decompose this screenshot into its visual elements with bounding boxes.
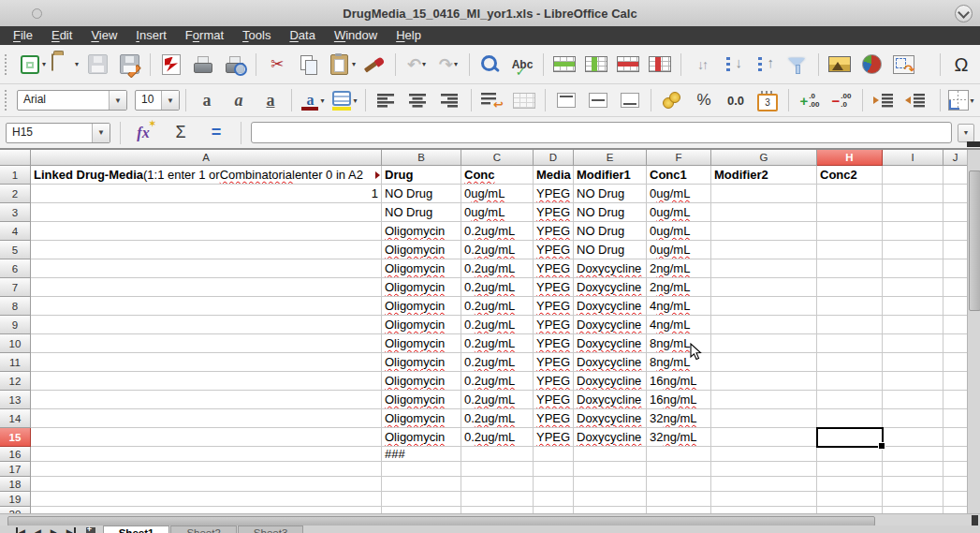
align-right-button[interactable] bbox=[435, 86, 465, 114]
cell-C6[interactable]: 0.2ug/mL bbox=[461, 259, 534, 278]
cell-F20[interactable] bbox=[647, 507, 711, 513]
cell-F4[interactable]: 0ug/mL bbox=[647, 222, 711, 241]
cell-J15[interactable] bbox=[943, 428, 967, 447]
cell-H14[interactable] bbox=[817, 409, 883, 428]
cell-B1[interactable]: Drug bbox=[382, 166, 461, 185]
cell-I20[interactable] bbox=[883, 507, 943, 513]
cell-J7[interactable] bbox=[943, 278, 967, 297]
cell-A18[interactable] bbox=[31, 477, 382, 492]
cell-I14[interactable] bbox=[883, 409, 943, 428]
cell-I15[interactable] bbox=[883, 428, 943, 447]
first-sheet-button[interactable]: ◀ bbox=[16, 527, 25, 533]
cell-C15[interactable]: 0.2ug/mL bbox=[461, 428, 534, 447]
cell-D15[interactable]: YPEG bbox=[534, 428, 574, 447]
cell-F10[interactable]: 8ng/mL bbox=[647, 334, 711, 353]
clone-formatting-button[interactable] bbox=[359, 51, 389, 79]
cell-G10[interactable] bbox=[711, 334, 817, 353]
cell-B16[interactable]: ### bbox=[382, 447, 461, 462]
cell-G11[interactable] bbox=[711, 353, 817, 372]
save-button[interactable] bbox=[82, 51, 112, 79]
cell-G17[interactable] bbox=[711, 462, 817, 477]
cell-I1[interactable] bbox=[883, 166, 943, 185]
next-sheet-button[interactable]: ▶ bbox=[51, 527, 57, 533]
cell-C14[interactable]: 0.2ug/mL bbox=[461, 409, 534, 428]
cell-E18[interactable] bbox=[574, 477, 647, 492]
menu-view[interactable]: View bbox=[81, 26, 126, 45]
row-header-11[interactable]: 11 bbox=[0, 353, 31, 372]
cell-J12[interactable] bbox=[943, 372, 967, 391]
print-preview-button[interactable] bbox=[220, 51, 250, 79]
cell-H9[interactable] bbox=[817, 316, 883, 334]
cell-H2[interactable] bbox=[817, 185, 883, 203]
menu-file[interactable]: File bbox=[4, 26, 42, 45]
cell-F1[interactable]: Conc1 bbox=[647, 166, 711, 185]
menu-insert[interactable]: Insert bbox=[126, 26, 176, 45]
cell-D2[interactable]: YPEG bbox=[534, 185, 574, 203]
cell-C18[interactable] bbox=[461, 477, 534, 492]
cell-C1[interactable]: Conc bbox=[461, 166, 534, 185]
center-vertically-button[interactable] bbox=[583, 86, 613, 114]
cell-I2[interactable] bbox=[883, 185, 943, 203]
row-header-18[interactable]: 18 bbox=[0, 477, 31, 492]
cell-G2[interactable] bbox=[711, 185, 817, 203]
cell-I4[interactable] bbox=[883, 222, 943, 241]
cell-D8[interactable]: YPEG bbox=[534, 297, 574, 316]
cell-E13[interactable]: Doxycycline bbox=[574, 391, 647, 409]
cell-H11[interactable] bbox=[817, 353, 883, 372]
cell-E17[interactable] bbox=[574, 462, 647, 477]
cell-A15[interactable] bbox=[31, 428, 382, 447]
bold-button[interactable]: a bbox=[192, 86, 222, 114]
cell-D14[interactable]: YPEG bbox=[534, 409, 574, 428]
number-format-button[interactable]: 0.0 bbox=[721, 86, 751, 114]
cell-I8[interactable] bbox=[883, 297, 943, 316]
cell-B5[interactable]: Oligomycin bbox=[382, 241, 461, 259]
cell-E11[interactable]: Doxycycline bbox=[574, 353, 647, 372]
chevron-down-icon[interactable]: ▼ bbox=[92, 124, 110, 142]
cell-F17[interactable] bbox=[647, 462, 711, 477]
delete-decimal-button[interactable]: −.00.0 bbox=[826, 86, 856, 114]
column-header-B[interactable]: B bbox=[382, 150, 461, 166]
cell-G3[interactable] bbox=[711, 203, 817, 222]
previous-sheet-button[interactable]: ◀ bbox=[35, 527, 41, 533]
row-header-3[interactable]: 3 bbox=[0, 203, 31, 222]
cell-G14[interactable] bbox=[711, 409, 817, 428]
cell-G15[interactable] bbox=[711, 428, 817, 447]
function-wizard-button[interactable]: fx bbox=[130, 119, 160, 147]
menu-edit[interactable]: Edit bbox=[42, 26, 81, 45]
formula-button[interactable]: = bbox=[201, 119, 231, 147]
menu-help[interactable]: Help bbox=[387, 26, 431, 45]
cell-B10[interactable]: Oligomycin bbox=[382, 334, 461, 353]
cell-A17[interactable] bbox=[31, 462, 382, 477]
menu-tools[interactable]: Tools bbox=[233, 26, 280, 45]
cell-G18[interactable] bbox=[711, 477, 817, 492]
cell-G5[interactable] bbox=[711, 241, 817, 259]
cell-G12[interactable] bbox=[711, 372, 817, 391]
cell-F19[interactable] bbox=[647, 492, 711, 507]
cell-C2[interactable]: 0ug/mL bbox=[461, 185, 534, 203]
cell-F2[interactable]: 0ug/mL bbox=[647, 185, 711, 203]
cell-C7[interactable]: 0.2ug/mL bbox=[461, 278, 534, 297]
cell-E5[interactable]: NO Drug bbox=[574, 241, 647, 259]
cut-button[interactable]: ✂ bbox=[262, 51, 292, 79]
cell-A5[interactable] bbox=[31, 241, 382, 259]
cell-G6[interactable] bbox=[711, 259, 817, 278]
expand-formula-bar-button[interactable]: ▼ bbox=[958, 124, 974, 142]
cell-D9[interactable]: YPEG bbox=[534, 316, 574, 334]
cell-J13[interactable] bbox=[943, 391, 967, 409]
copy-button[interactable] bbox=[294, 51, 324, 79]
cell-A14[interactable] bbox=[31, 409, 382, 428]
cell-H8[interactable] bbox=[817, 297, 883, 316]
cell-B12[interactable]: Oligomycin bbox=[382, 372, 461, 391]
cell-J20[interactable] bbox=[943, 507, 967, 513]
add-sheet-button[interactable] bbox=[86, 527, 95, 533]
insert-row-button[interactable] bbox=[549, 51, 579, 79]
print-button[interactable] bbox=[188, 51, 218, 79]
cell-E4[interactable]: NO Drug bbox=[574, 222, 647, 241]
column-header-I[interactable]: I bbox=[883, 150, 943, 166]
cell-E10[interactable]: Doxycycline bbox=[574, 334, 647, 353]
cell-G4[interactable] bbox=[711, 222, 817, 241]
cell-F5[interactable]: 0ug/mL bbox=[647, 241, 711, 259]
cell-J1[interactable] bbox=[943, 166, 967, 185]
column-header-C[interactable]: C bbox=[461, 150, 534, 166]
sheet-tab-sheet3[interactable]: Sheet3 bbox=[238, 526, 303, 533]
